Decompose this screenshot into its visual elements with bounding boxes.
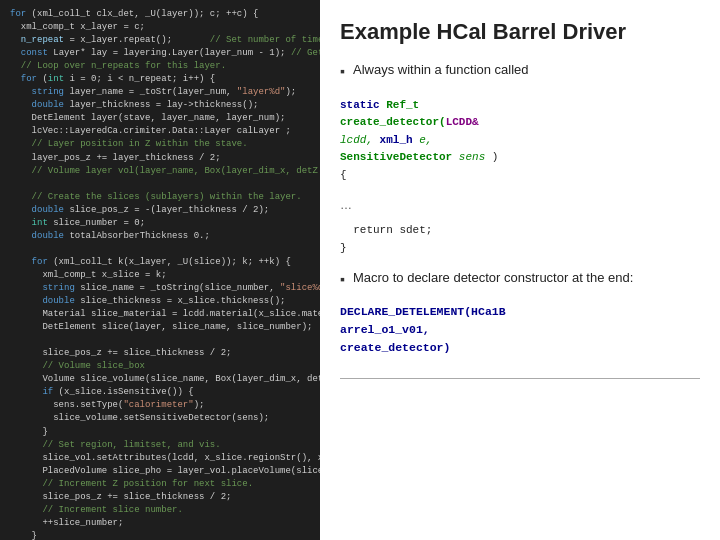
cs-static: static (340, 99, 380, 111)
cs-sens: sens (459, 151, 485, 163)
cs-e: e, (419, 134, 432, 146)
cs-ref-t: Ref_t (386, 99, 419, 111)
cs-xmlh: xml_h (380, 134, 420, 146)
cs-return: return sdet; (353, 224, 432, 236)
bullet-macro: ▪ Macro to declare detector constructor … (340, 270, 700, 287)
bullet-dot-2: ▪ (340, 271, 345, 287)
code-panel: for (xml_coll_t clx_det, _U(layer)); c; … (0, 0, 320, 540)
declare-block: DECLARE_DETELEMENT(HCa1B arrel_o1_v01, c… (340, 303, 700, 358)
code-return-block: return sdet; } (340, 222, 700, 257)
cs-sensitive: SensitiveDetector (340, 151, 452, 163)
cs-lcdd: LCDD& (446, 116, 479, 128)
slide-panel: Example HCal Barrel Driver ▪ Always with… (320, 0, 720, 540)
bullet-always-within: ▪ Always within a function called (340, 62, 700, 79)
bullet-dot-1: ▪ (340, 63, 345, 79)
code-snippet-block: static Ref_t create_detector(LCDD& lcdd,… (340, 97, 700, 185)
bullet-text-1: Always within a function called (353, 62, 529, 77)
code-ellipsis: … (340, 198, 700, 212)
cs-lcdd-param: lcdd, (340, 134, 380, 146)
cs-create-detector: create_detector( (340, 116, 446, 128)
main-content: for (xml_coll_t clx_det, _U(layer)); c; … (0, 0, 720, 540)
code-block: for (xml_coll_t clx_det, _U(layer)); c; … (10, 8, 310, 540)
cs-brace-close: } (340, 242, 347, 254)
separator-line (340, 378, 700, 379)
bullet-text-2: Macro to declare detector constructor at… (353, 270, 633, 285)
slide-title: Example HCal Barrel Driver (340, 18, 700, 46)
